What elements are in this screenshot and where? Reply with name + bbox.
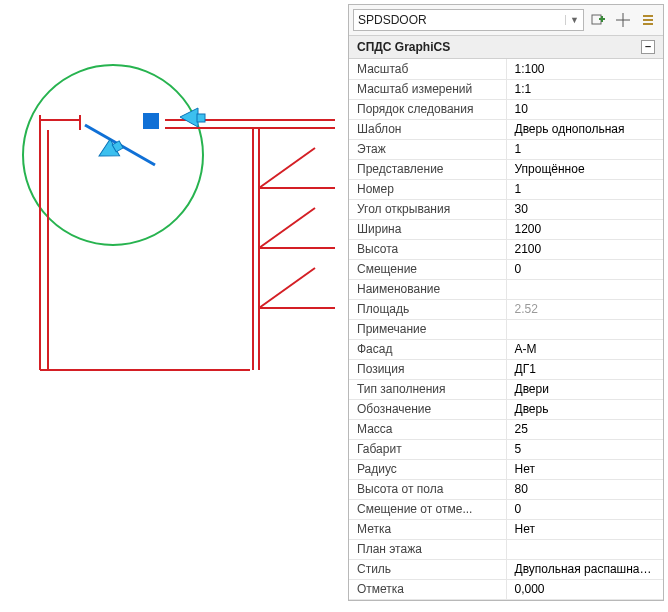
- property-value[interactable]: 1200: [506, 219, 663, 239]
- property-value[interactable]: 5: [506, 439, 663, 459]
- property-name: Примечание: [349, 319, 506, 339]
- property-name: Порядок следования: [349, 99, 506, 119]
- property-row: Порядок следования10: [349, 99, 663, 119]
- property-name: План этажа: [349, 539, 506, 559]
- drawing-canvas[interactable]: [0, 0, 350, 612]
- property-name: Этаж: [349, 139, 506, 159]
- property-value[interactable]: Нет: [506, 459, 663, 479]
- object-type-combo[interactable]: SPDSDOOR ▼: [353, 9, 584, 31]
- property-value[interactable]: Упрощённое: [506, 159, 663, 179]
- property-value[interactable]: 1:1: [506, 79, 663, 99]
- collapse-icon[interactable]: –: [641, 40, 655, 54]
- property-row: Отметка0,000: [349, 579, 663, 599]
- combo-value: SPDSDOOR: [358, 13, 427, 27]
- property-name: Угол открывания: [349, 199, 506, 219]
- property-row: Примечание: [349, 319, 663, 339]
- funnel-plus-icon: [590, 12, 606, 28]
- crosshair-icon: [615, 12, 631, 28]
- flip-up-arrow[interactable]: [95, 136, 126, 165]
- property-row: Масштаб измерений1:1: [349, 79, 663, 99]
- chevron-down-icon: ▼: [565, 15, 579, 25]
- property-name: Габарит: [349, 439, 506, 459]
- property-name: Стиль: [349, 559, 506, 579]
- property-row: МеткаНет: [349, 519, 663, 539]
- properties-panel: SPDSDOOR ▼ СПДС GraphiCS –: [348, 4, 664, 601]
- settings-button[interactable]: [637, 9, 659, 31]
- properties-table: Масштаб1:100Масштаб измерений1:1Порядок …: [349, 59, 663, 600]
- property-name: Масса: [349, 419, 506, 439]
- property-name: Радиус: [349, 459, 506, 479]
- property-row: ОбозначениеДверь: [349, 399, 663, 419]
- property-name: Отметка: [349, 579, 506, 599]
- property-row: Этаж1: [349, 139, 663, 159]
- category-title: СПДС GraphiCS: [357, 40, 450, 54]
- property-value[interactable]: Дверь однопольная: [506, 119, 663, 139]
- category-header[interactable]: СПДС GraphiCS –: [349, 36, 663, 59]
- property-name: Метка: [349, 519, 506, 539]
- property-value[interactable]: 80: [506, 479, 663, 499]
- property-row: Масштаб1:100: [349, 59, 663, 79]
- property-name: Представление: [349, 159, 506, 179]
- svg-marker-17: [180, 108, 198, 127]
- property-value[interactable]: 10: [506, 99, 663, 119]
- property-value[interactable]: Двупольная распашная...: [506, 559, 663, 579]
- property-row: Угол открывания30: [349, 199, 663, 219]
- property-name: Фасад: [349, 339, 506, 359]
- property-value[interactable]: 1:100: [506, 59, 663, 79]
- property-value[interactable]: 0: [506, 499, 663, 519]
- property-row: Площадь2.52: [349, 299, 663, 319]
- flip-left-arrow[interactable]: [180, 108, 205, 127]
- property-value[interactable]: ДГ1: [506, 359, 663, 379]
- property-value[interactable]: 30: [506, 199, 663, 219]
- property-row: ПозицияДГ1: [349, 359, 663, 379]
- property-name: Наименование: [349, 279, 506, 299]
- svg-line-14: [259, 208, 315, 248]
- property-value[interactable]: 0: [506, 259, 663, 279]
- sliders-icon: [640, 12, 656, 28]
- property-row: РадиусНет: [349, 459, 663, 479]
- property-name: Ширина: [349, 219, 506, 239]
- property-value[interactable]: Дверь: [506, 399, 663, 419]
- property-value[interactable]: Нет: [506, 519, 663, 539]
- property-row: Масса25: [349, 419, 663, 439]
- property-value[interactable]: 1: [506, 179, 663, 199]
- property-row: Смещение от отме...0: [349, 499, 663, 519]
- property-name: Масштаб: [349, 59, 506, 79]
- property-row: Высота от пола80: [349, 479, 663, 499]
- property-name: Шаблон: [349, 119, 506, 139]
- property-value[interactable]: 2100: [506, 239, 663, 259]
- property-row: Номер1: [349, 179, 663, 199]
- quick-select-button[interactable]: [587, 9, 609, 31]
- property-row: ШаблонДверь однопольная: [349, 119, 663, 139]
- panel-toolbar: SPDSDOOR ▼: [349, 5, 663, 36]
- property-row: Тип заполненияДвери: [349, 379, 663, 399]
- property-row: ПредставлениеУпрощённое: [349, 159, 663, 179]
- property-row: Наименование: [349, 279, 663, 299]
- svg-rect-18: [197, 114, 205, 122]
- property-name: Смещение от отме...: [349, 499, 506, 519]
- property-value: 2.52: [506, 299, 663, 319]
- property-value[interactable]: [506, 279, 663, 299]
- property-value[interactable]: 0,000: [506, 579, 663, 599]
- property-value[interactable]: 25: [506, 419, 663, 439]
- property-name: Смещение: [349, 259, 506, 279]
- property-row: План этажа: [349, 539, 663, 559]
- property-value[interactable]: Двери: [506, 379, 663, 399]
- property-row: ФасадА-М: [349, 339, 663, 359]
- property-name: Высота: [349, 239, 506, 259]
- property-name: Масштаб измерений: [349, 79, 506, 99]
- property-row: Ширина1200: [349, 219, 663, 239]
- grip-handle[interactable]: [143, 113, 159, 129]
- property-value[interactable]: 1: [506, 139, 663, 159]
- property-value[interactable]: А-М: [506, 339, 663, 359]
- property-value[interactable]: [506, 539, 663, 559]
- property-name: Тип заполнения: [349, 379, 506, 399]
- property-row: Габарит5: [349, 439, 663, 459]
- selected-door[interactable]: [85, 108, 205, 165]
- property-value[interactable]: [506, 319, 663, 339]
- property-name: Площадь: [349, 299, 506, 319]
- property-row: Высота2100: [349, 239, 663, 259]
- property-name: Высота от пола: [349, 479, 506, 499]
- pick-button[interactable]: [612, 9, 634, 31]
- property-name: Позиция: [349, 359, 506, 379]
